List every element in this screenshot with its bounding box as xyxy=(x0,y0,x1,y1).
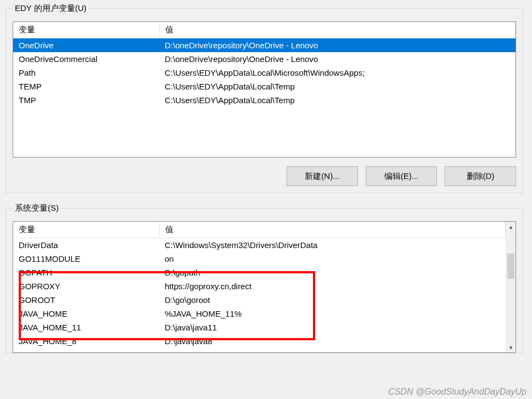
system-variables-table-container: 变量 值 DriverData C:\Windows\System32\Driv… xyxy=(13,221,516,353)
watermark-text: CSDN @GoodStudyAndDayDayUp xyxy=(388,387,527,397)
cell-variable: GOPROXY xyxy=(13,279,159,293)
delete-button[interactable]: 删除(D) xyxy=(445,166,516,186)
table-row[interactable]: GOPATH D:\gopath xyxy=(13,266,506,279)
scroll-up-icon[interactable]: ▲ xyxy=(506,222,516,232)
user-buttons-row: 新建(N)... 编辑(E)... 删除(D) xyxy=(13,166,516,186)
cell-variable: OneDriveCommercial xyxy=(13,52,159,66)
cell-variable: TMP xyxy=(13,93,159,107)
table-row[interactable]: TEMP C:\Users\EDY\AppData\Local\Temp xyxy=(13,80,516,93)
table-row[interactable]: Path C:\Users\EDY\AppData\Local\Microsof… xyxy=(13,66,516,80)
cell-variable: JAVA_HOME_8 xyxy=(13,334,159,348)
table-header-row: 变量 值 xyxy=(13,222,506,238)
system-variables-legend: 系统变量(S) xyxy=(13,203,61,213)
scrollbar[interactable]: ▲ ▼ xyxy=(506,222,516,352)
cell-value: C:\Users\EDY\AppData\Local\Temp xyxy=(159,80,516,93)
new-button[interactable]: 新建(N)... xyxy=(287,166,358,186)
col-header-value[interactable]: 值 xyxy=(159,222,506,238)
scroll-down-icon[interactable]: ▼ xyxy=(506,342,516,352)
cell-value: D:\java\java8 xyxy=(159,334,506,348)
cell-variable: GO111MODULE xyxy=(13,252,159,266)
cell-value: D:\gopath xyxy=(159,266,506,279)
cell-value: D:\oneDrive\repository\OneDrive - Lenovo xyxy=(159,52,516,66)
table-row[interactable]: JAVA_HOME_11 D:\java\java11 xyxy=(13,321,506,334)
cell-variable: JAVA_HOME_11 xyxy=(13,321,159,334)
cell-value: C:\Windows\System32\Drivers\DriverData xyxy=(159,238,506,252)
scroll-thumb[interactable] xyxy=(507,254,514,279)
cell-variable: JAVA_HOME xyxy=(13,307,159,321)
col-header-variable[interactable]: 变量 xyxy=(13,222,159,238)
table-row[interactable]: GOPROXY https://goproxy.cn,direct xyxy=(13,279,506,293)
cell-variable: Path xyxy=(13,66,159,80)
cell-value: D:\oneDrive\repository\OneDrive - Lenovo xyxy=(159,38,516,53)
table-row[interactable]: GO111MODULE on xyxy=(13,252,506,266)
table-row[interactable]: GOROOT D:\go\goroot xyxy=(13,293,506,307)
cell-variable: TEMP xyxy=(13,80,159,93)
cell-value: https://goproxy.cn,direct xyxy=(159,279,506,293)
table-row[interactable]: OneDriveCommercial D:\oneDrive\repositor… xyxy=(13,52,516,66)
system-variables-group: 系统变量(S) 变量 值 DriverData C:\Windows\Syste… xyxy=(5,203,523,353)
cell-variable: GOPATH xyxy=(13,266,159,279)
cell-value: C:\Users\EDY\AppData\Local\Microsoft\Win… xyxy=(159,66,516,80)
user-variables-group: EDY 的用户变量(U) 变量 值 OneDrive D:\oneDrive\r… xyxy=(5,3,523,193)
col-header-variable[interactable]: 变量 xyxy=(13,22,159,38)
table-row[interactable]: JAVA_HOME_8 D:\java\java8 xyxy=(13,334,506,348)
table-row[interactable]: TMP C:\Users\EDY\AppData\Local\Temp xyxy=(13,93,516,107)
col-header-value[interactable]: 值 xyxy=(159,22,516,38)
cell-variable: GOROOT xyxy=(13,293,159,307)
cell-variable: OneDrive xyxy=(13,38,159,53)
table-row[interactable]: JAVA_HOME %JAVA_HOME_11% xyxy=(13,307,506,321)
edit-button[interactable]: 编辑(E)... xyxy=(366,166,437,186)
cell-value: %JAVA_HOME_11% xyxy=(159,307,506,321)
user-variables-legend: EDY 的用户变量(U) xyxy=(13,3,89,14)
cell-variable: DriverData xyxy=(13,238,159,252)
table-header-row: 变量 值 xyxy=(13,22,516,38)
cell-value: D:\java\java11 xyxy=(159,321,506,334)
table-row[interactable]: DriverData C:\Windows\System32\Drivers\D… xyxy=(13,238,506,252)
table-row[interactable]: OneDrive D:\oneDrive\repository\OneDrive… xyxy=(13,38,516,53)
user-variables-table-container: 变量 值 OneDrive D:\oneDrive\repository\One… xyxy=(13,21,516,158)
cell-value: on xyxy=(159,252,506,266)
cell-value: D:\go\goroot xyxy=(159,293,506,307)
system-variables-table[interactable]: 变量 值 DriverData C:\Windows\System32\Driv… xyxy=(13,222,506,348)
user-variables-table[interactable]: 变量 值 OneDrive D:\oneDrive\repository\One… xyxy=(13,22,516,107)
cell-value: C:\Users\EDY\AppData\Local\Temp xyxy=(159,93,516,107)
